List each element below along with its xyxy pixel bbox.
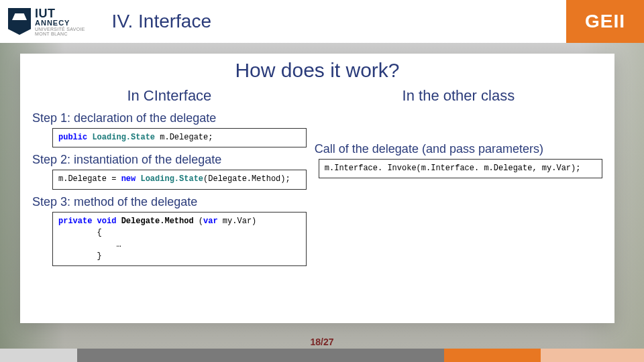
- left-heading: In CInterface: [32, 87, 307, 105]
- code-declaration: public Loading.State m.Delegate;: [52, 128, 307, 147]
- logo-line1: IUT: [35, 7, 85, 19]
- step3-label: Step 3: method of the delegate: [32, 195, 307, 209]
- right-column: In the other class Call of the delegate …: [315, 87, 602, 269]
- logo-line4: MONT BLANC: [35, 32, 85, 36]
- logo-text: IUT ANNECY UNIVERSITÉ SAVOIE MONT BLANC: [35, 7, 85, 36]
- shield-icon: [8, 8, 31, 35]
- progress-seg-2: [77, 349, 444, 362]
- code-call: m.Interface. Invoke(m.Interface. m.Deleg…: [319, 159, 602, 178]
- code-method: private void Delegate.Method (var my.Var…: [52, 212, 307, 267]
- section-title: IV. Interface: [112, 11, 211, 32]
- logo-line3: UNIVERSITÉ SAVOIE: [35, 27, 85, 32]
- content-card: How does it work? In CInterface Step 1: …: [20, 54, 614, 323]
- progress-bar: [0, 349, 644, 362]
- progress-seg-1: [0, 349, 77, 362]
- left-column: In CInterface Step 1: declaration of the…: [32, 87, 307, 269]
- department-badge: GEII: [566, 0, 644, 43]
- call-label: Call of the delegate (and pass parameter…: [315, 142, 602, 156]
- progress-seg-4: [541, 349, 644, 362]
- code-instantiation: m.Delegate = new Loading.State(Delegate.…: [52, 170, 307, 189]
- logo-line2: ANNECY: [35, 19, 85, 27]
- step2-label: Step 2: instantiation of the delegate: [32, 153, 307, 167]
- right-heading: In the other class: [315, 87, 602, 105]
- page-number: 18/27: [0, 337, 644, 347]
- page-title: How does it work?: [32, 59, 602, 82]
- progress-seg-3: [444, 349, 541, 362]
- institution-logo: IUT ANNECY UNIVERSITÉ SAVOIE MONT BLANC: [8, 7, 85, 36]
- step1-label: Step 1: declaration of the delegate: [32, 111, 307, 125]
- header: IUT ANNECY UNIVERSITÉ SAVOIE MONT BLANC …: [0, 0, 644, 43]
